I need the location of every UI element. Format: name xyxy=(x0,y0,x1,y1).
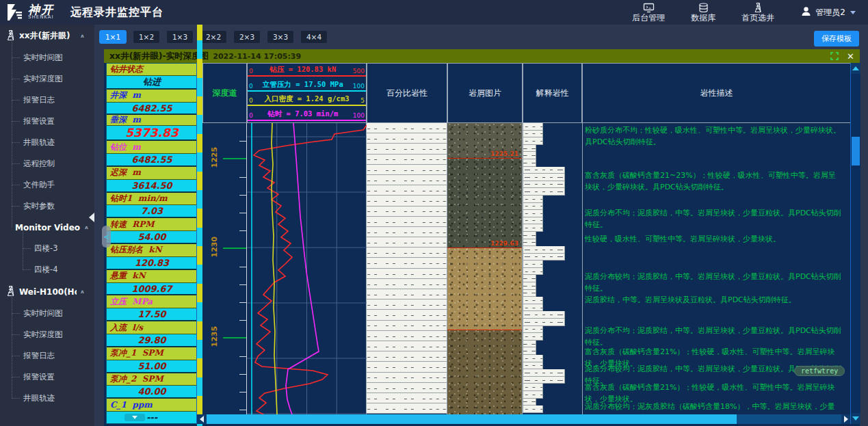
sidebar-item-报警设置[interactable]: 报警设置 xyxy=(0,111,94,132)
layout-toolbar: 1×11×21×32×22×33×34×4 xyxy=(94,25,868,49)
user-name: 管理员2 xyxy=(815,7,845,18)
nav-item-label: 数据库 xyxy=(691,14,715,23)
grid-layout-button-2×2[interactable]: 2×2 xyxy=(200,30,227,44)
grid-layout-button-1×2[interactable]: 1×2 xyxy=(133,30,160,44)
cuttings-photo xyxy=(447,158,522,248)
cuttings-photo xyxy=(447,248,522,330)
scroll-up-arrow[interactable] xyxy=(851,63,860,74)
lithology-pattern-row xyxy=(367,299,447,310)
lithology-pattern-row xyxy=(367,207,447,217)
interpreted-lithology-bar xyxy=(523,152,536,159)
parameter-cell-钻时1: 钻时1 min/m7.03 xyxy=(107,193,197,219)
nav-item-1[interactable]: 后台管理 xyxy=(632,3,665,23)
depth-major-tick xyxy=(223,337,246,338)
sidebar-collapse-handle[interactable] xyxy=(89,213,94,222)
lithology-description: 泥质分布较均；泥质胶结，中等。岩屑呈块状，少量豆粒状。具PDC钻头切削特征。 xyxy=(585,271,841,294)
parameter-label: 转速 RPM xyxy=(107,218,197,231)
interpreted-lithology-bar xyxy=(523,181,565,189)
sidebar-item-label: 实时深度图 xyxy=(23,74,63,84)
parameter-label: 钻井状态 xyxy=(107,64,197,76)
user-menu[interactable]: 管理员2 xyxy=(800,5,856,19)
interpreted-lithology-bar xyxy=(523,319,565,326)
app-title: 远程录井监控平台 xyxy=(70,5,163,20)
parameter-value: 51.00 xyxy=(107,360,197,372)
sidebar-item-四楼-3[interactable]: 四楼-3 xyxy=(0,238,94,259)
parameter-label: 泵冲_2 SPM xyxy=(107,373,197,386)
sidebar-item-实时时间图[interactable]: 实时时间图 xyxy=(0,303,94,324)
sidebar-item-井眼轨迹[interactable]: 井眼轨迹 xyxy=(0,388,94,409)
sidebar-group-Monitor Video[interactable]: Monitor Video∧ xyxy=(0,217,94,238)
user-avatar-icon xyxy=(800,5,812,19)
horizontal-scroll-thumb[interactable] xyxy=(207,414,737,424)
sidebar-well-xx井(新井眼)[interactable]: xx井(新井眼)∧ xyxy=(0,25,94,47)
realtime-parameter-panel: 钻井状态钻进井深 m6482.55垂深 m5373.83钻位 m6482.55迟… xyxy=(106,63,198,424)
lithology-pattern-row xyxy=(367,321,447,331)
vertical-scroll-thumb[interactable] xyxy=(852,137,860,165)
parameter-cell-立压: 立压 MPa17.50 xyxy=(107,295,197,321)
sidebar-item-实时参数[interactable]: 实时参数 xyxy=(0,196,94,217)
depth-tick-label: 1230 xyxy=(210,237,219,258)
interpreted-lithology-bar xyxy=(523,246,565,254)
nav-item-3[interactable]: 首页选井 xyxy=(741,2,774,23)
shenkai-logo-icon xyxy=(5,3,23,21)
sidebar-item-文件助手[interactable]: 文件助手 xyxy=(0,174,94,196)
sidebar-item-报警日志[interactable]: 报警日志 xyxy=(0,345,94,367)
grid-layout-button-4×4[interactable]: 4×4 xyxy=(300,30,328,44)
nav-item-2[interactable]: 数据库 xyxy=(691,3,715,23)
lithology-pattern-row xyxy=(367,310,447,320)
sidebar-item-label: 实时深度图 xyxy=(23,330,63,340)
sidebar-item-实时深度图[interactable]: 实时深度图 xyxy=(0,68,94,90)
parameter-cell-迟深: 迟深 m3614.50 xyxy=(107,167,197,193)
sidebar-item-报警日志[interactable]: 报警日志 xyxy=(0,90,94,111)
close-icon[interactable]: ✕ xyxy=(847,52,854,61)
scroll-down-arrow[interactable] xyxy=(851,413,860,424)
cuttings-photo-column: 1225.211229.63 xyxy=(447,123,523,414)
depth-tick-label: 1235 xyxy=(210,327,219,347)
grid-layout-button-3×3[interactable]: 3×3 xyxy=(267,30,294,44)
sidebar-item-label: 实时时间图 xyxy=(23,53,63,63)
lithology-pattern-row xyxy=(367,331,447,341)
horizontal-scrollbar[interactable] xyxy=(197,414,851,424)
vertical-scrollbar[interactable] xyxy=(850,63,860,424)
sidebar-item-实时深度图[interactable]: 实时深度图 xyxy=(0,324,94,345)
parameter-value: 1009.67 xyxy=(107,283,197,295)
nav-item-label: 后台管理 xyxy=(632,14,665,23)
lithology-pattern-row xyxy=(367,133,447,144)
expand-icon[interactable] xyxy=(830,52,839,60)
depth-major-tick xyxy=(223,248,246,249)
sidebar-item-井眼轨迹[interactable]: 井眼轨迹 xyxy=(0,132,94,153)
sidebar-well-Wei-H100(Hole-1)[interactable]: Wei-H100(Hole-1)∧ xyxy=(0,280,94,303)
chevron-up-icon: ∧ xyxy=(80,289,85,295)
parameter-value: 29.80 xyxy=(107,334,197,346)
parameter-cell-垂深: 垂深 m5373.83 xyxy=(107,115,197,141)
interpreted-lithology-bar xyxy=(523,347,536,355)
column-header-cuttings-photo: 岩屑图片 xyxy=(447,63,523,123)
parameter-value: 6482.55 xyxy=(107,154,197,165)
lithology-pattern-row xyxy=(367,362,447,372)
save-template-button[interactable]: 保存模板 xyxy=(814,31,859,46)
lithology-pattern-row xyxy=(367,341,447,351)
sidebar-item-报警设置[interactable]: 报警设置 xyxy=(0,367,94,388)
grid-layout-button-1×1[interactable]: 1×1 xyxy=(99,30,127,44)
interpreted-lithology-bar xyxy=(523,268,543,276)
grid-layout-button-1×3[interactable]: 1×3 xyxy=(166,30,194,44)
sidebar-item-label: 实时参数 xyxy=(23,201,55,211)
sidebar-item-远程控制[interactable]: 远程控制 xyxy=(0,153,94,174)
photo-depth-label: 1229.63 xyxy=(490,240,518,247)
sidebar-item-四楼-4[interactable]: 四楼-4 xyxy=(0,259,94,280)
lithology-description: 泥质分布不均；泥质胶结，中等。岩屑呈块状，少量豆粒状。具PDC钻头切削特征。 xyxy=(585,325,841,348)
scroll-right-arrow[interactable] xyxy=(841,414,851,424)
sidebar-item-label: 井眼轨迹 xyxy=(23,137,55,148)
interpreted-lithology-bar xyxy=(523,203,543,211)
parameter-cell-C_1: C_1 ppm--- xyxy=(107,399,197,423)
chevron-up-icon: ∧ xyxy=(84,225,89,230)
sidebar-item-实时时间图[interactable]: 实时时间图 xyxy=(0,47,94,68)
curve-header-入口密度: 0入口密度 = 1.24 g/cm35 xyxy=(248,94,366,106)
parameter-dropdown-button[interactable] xyxy=(124,414,145,421)
chart-body: 122512301235 1225.211229.63 粉砂质分布不均；性较硬，… xyxy=(197,123,851,414)
parameter-panel-collapse-handle[interactable]: < xyxy=(102,226,111,248)
top-bar: 神开 SHENKAI 远程录井监控平台 后台管理数据库首页选井管理员2 xyxy=(0,0,868,25)
interpreted-lithology-bar xyxy=(523,297,543,304)
grid-layout-button-2×3[interactable]: 2×3 xyxy=(233,30,261,44)
scroll-left-arrow[interactable] xyxy=(197,414,207,424)
